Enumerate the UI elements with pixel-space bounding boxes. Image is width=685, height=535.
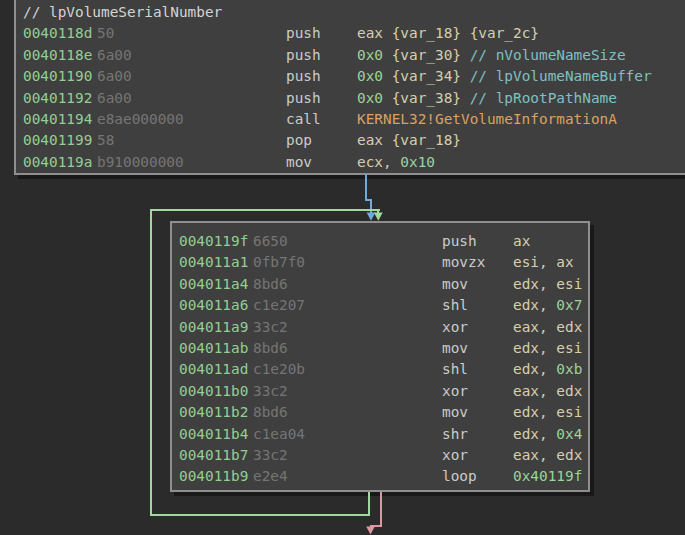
operands: eax, edx xyxy=(513,317,582,338)
instruction-row[interactable]: 004011b733c2xoreax, edx xyxy=(172,445,588,466)
address-token: 00401190 xyxy=(23,66,97,87)
address-token: 00401199 xyxy=(23,130,97,151)
instruction-row[interactable]: 004011906a00push0x0 {var_34} // lpVolume… xyxy=(16,66,685,87)
mnemonic-token: shl xyxy=(442,359,513,380)
register-token: edx xyxy=(513,426,539,442)
instruction-row[interactable]: 004011b9e2e4loop0x40119f xyxy=(172,466,588,487)
number-token: 0x4 xyxy=(556,426,582,442)
instruction-row[interactable]: 004011adc1e20bshledx, 0xb xyxy=(172,359,588,380)
address-token: 00401194 xyxy=(23,109,97,130)
operands: 0x0 {var_34} // lpVolumeNameBuffer xyxy=(357,66,652,87)
register-token: eax xyxy=(513,383,539,399)
disassembly-graph-view[interactable]: // lpVolumeSerialNumber0040118d50pusheax… xyxy=(0,0,685,535)
register-token: edx xyxy=(513,404,539,420)
bytes-token: c1e20b xyxy=(253,359,442,380)
bytes-token: 8bd6 xyxy=(253,402,442,423)
bytes-token: 6a00 xyxy=(97,45,286,66)
address-token: 0040119a xyxy=(23,152,97,173)
operands: eax {var_18} {var_2c} xyxy=(357,23,539,44)
register-token: eax xyxy=(357,25,383,41)
separator-token: , xyxy=(383,154,400,170)
separator-token xyxy=(461,47,470,63)
operands: 0x0 {var_38} // lpRootPathName xyxy=(357,88,617,109)
separator-token: , xyxy=(539,447,556,463)
symbol-token: KERNEL32!GetVolumeInformationA xyxy=(357,111,617,127)
operands: eax {var_18} xyxy=(357,130,461,151)
bytes-token: 8bd6 xyxy=(253,274,442,295)
instruction-row[interactable]: 004011a10fb7f0movzxesi, ax xyxy=(172,252,588,273)
number-token: 0x7 xyxy=(556,297,582,313)
bytes-token: 8bd6 xyxy=(253,338,442,359)
separator-token xyxy=(383,132,392,148)
bytes-token: 33c2 xyxy=(253,381,442,402)
basic-block-0040119f[interactable]: 0040119f6650pushax004011a10fb7f0movzxesi… xyxy=(170,221,590,492)
instruction-row[interactable]: 004011b28bd6movedx, esi xyxy=(172,402,588,423)
mnemonic-token: shr xyxy=(442,424,513,445)
bytes-token: 6650 xyxy=(253,231,442,252)
instruction-row[interactable]: 0040119f6650pushax xyxy=(172,231,588,252)
mnemonic-token: push xyxy=(286,66,357,87)
comment-row[interactable]: // lpVolumeSerialNumber xyxy=(16,2,685,23)
operands: eax, edx xyxy=(513,381,582,402)
mnemonic-token: mov xyxy=(286,152,357,173)
instruction-row[interactable]: 00401194e8ae000000callKERNEL32!GetVolume… xyxy=(16,109,685,130)
bytes-token: 0fb7f0 xyxy=(253,252,442,273)
operands: ax xyxy=(513,231,530,252)
address-token: 004011a9 xyxy=(179,317,253,338)
mnemonic-token: push xyxy=(286,88,357,109)
instruction-row[interactable]: 004011ab8bd6movedx, esi xyxy=(172,338,588,359)
comment-token: // lpVolumeNameBuffer xyxy=(470,68,652,84)
instruction-row[interactable]: 0040118d50pusheax {var_18} {var_2c} xyxy=(16,23,685,44)
instruction-row[interactable]: 004011b033c2xoreax, edx xyxy=(172,381,588,402)
operands: eax, edx xyxy=(513,445,582,466)
instruction-row[interactable]: 0040119958popeax {var_18} xyxy=(16,130,685,151)
address-token: 004011ab xyxy=(179,338,253,359)
bytes-token: c1ea04 xyxy=(253,424,442,445)
register-token: edx xyxy=(513,361,539,377)
bytes-token: b910000000 xyxy=(97,152,286,173)
mnemonic-token: xor xyxy=(442,445,513,466)
operands: edx, esi xyxy=(513,402,582,423)
instruction-row[interactable]: 0040119ab910000000movecx, 0x10 xyxy=(16,152,685,173)
bytes-token: 58 xyxy=(97,130,286,151)
register-token: edx xyxy=(556,383,582,399)
register-token: esi xyxy=(513,254,539,270)
register-token: edx xyxy=(513,276,539,292)
address-token: 004011a4 xyxy=(179,274,253,295)
number-token: 0x0 xyxy=(357,90,383,106)
mnemonic-token: pop xyxy=(286,130,357,151)
arrowhead-down-icon xyxy=(366,526,375,534)
separator-token: , xyxy=(539,276,556,292)
bytes-token: e8ae000000 xyxy=(97,109,286,130)
instruction-row[interactable]: 004011a933c2xoreax, edx xyxy=(172,317,588,338)
register-token: ecx xyxy=(357,154,383,170)
instruction-row[interactable]: 004011a6c1e207shledx, 0x7 xyxy=(172,295,588,316)
arrowhead-down-icon xyxy=(374,213,383,221)
instruction-row[interactable]: 0040118e6a00push0x0 {var_30} // nVolumeN… xyxy=(16,45,685,66)
bytes-token: e2e4 xyxy=(253,466,442,487)
annotation-token: {var_2c} xyxy=(470,25,539,41)
operands: edx, esi xyxy=(513,338,582,359)
separator-token xyxy=(383,47,392,63)
annotation-token: {var_18} xyxy=(392,132,461,148)
number-token: 0x10 xyxy=(400,154,435,170)
register-token: edx xyxy=(556,319,582,335)
separator-token: , xyxy=(539,404,556,420)
comment-token: // lpVolumeSerialNumber xyxy=(23,2,222,23)
operands: edx, 0x7 xyxy=(513,295,582,316)
mnemonic-token: push xyxy=(442,231,513,252)
instruction-row[interactable]: 004011b4c1ea04shredx, 0x4 xyxy=(172,424,588,445)
register-token: esi xyxy=(556,404,582,420)
address-token: 004011ad xyxy=(179,359,253,380)
operands: esi, ax xyxy=(513,252,574,273)
register-token: esi xyxy=(556,340,582,356)
comment-token: // nVolumeNameSize xyxy=(470,47,626,63)
operands: KERNEL32!GetVolumeInformationA xyxy=(357,109,617,130)
separator-token: , xyxy=(539,340,556,356)
instruction-row[interactable]: 004011926a00push0x0 {var_38} // lpRootPa… xyxy=(16,88,685,109)
address-token: 004011a1 xyxy=(179,252,253,273)
operands: edx, esi xyxy=(513,274,582,295)
instruction-row[interactable]: 004011a48bd6movedx, esi xyxy=(172,274,588,295)
operands: 0x0 {var_30} // nVolumeNameSize xyxy=(357,45,626,66)
basic-block-0040118d[interactable]: // lpVolumeSerialNumber0040118d50pusheax… xyxy=(14,0,685,175)
